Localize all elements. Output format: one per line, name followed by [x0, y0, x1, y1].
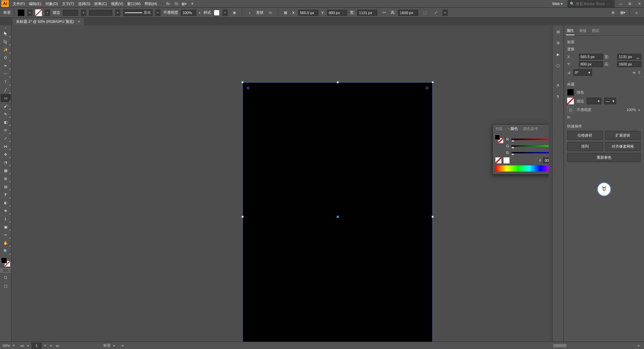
brush-definition[interactable]: 基本: [123, 9, 153, 16]
gradient-tool[interactable]: ▤: [1, 183, 11, 191]
r-slider[interactable]: [512, 138, 549, 141]
props-x-input[interactable]: [579, 54, 603, 60]
fill-dropdown[interactable]: ▾: [27, 9, 33, 16]
scale-tool[interactable]: ⤢: [1, 134, 11, 142]
g-slider[interactable]: [512, 144, 549, 148]
appearance-more-icon[interactable]: ⋯: [638, 129, 642, 133]
bridge-icon[interactable]: Br: [165, 1, 171, 7]
shaper-tool[interactable]: ✎: [1, 110, 11, 118]
props-fill-swatch[interactable]: [567, 89, 574, 96]
selection-handle-t[interactable]: [337, 81, 339, 83]
reference-point-icon[interactable]: ▦: [281, 9, 289, 17]
props-stroke-style[interactable]: —▾: [604, 98, 616, 104]
corner-widget-tr[interactable]: [426, 87, 428, 89]
opacity-arrow[interactable]: ▸: [639, 108, 641, 112]
zoom-dropdown-icon[interactable]: ▾: [11, 343, 16, 348]
fill-swatch[interactable]: [1, 257, 7, 263]
color-tab[interactable]: ◦ 颜色: [507, 125, 519, 132]
scroll-right-icon[interactable]: ▸: [637, 343, 641, 348]
color-panel[interactable]: 色板 ◦ 颜色 颜色参考 « ✕ R 0 G: [492, 124, 549, 174]
color-panel-swatches[interactable]: [495, 135, 503, 143]
vertical-scrollbar[interactable]: [549, 26, 552, 342]
blend-tool[interactable]: ◐: [1, 199, 11, 207]
magic-wand-tool[interactable]: ✨: [1, 46, 11, 54]
workspace-switcher[interactable]: Web ▾: [550, 1, 565, 7]
artboard-tool[interactable]: ▣: [1, 223, 11, 231]
selection-handle-tl[interactable]: [241, 81, 244, 83]
info-icon[interactable]: ⓘ: [554, 62, 562, 70]
slice-tool[interactable]: ✂: [1, 231, 11, 239]
stroke-dropdown[interactable]: ▾: [45, 9, 50, 16]
tab-close-icon[interactable]: ✕: [77, 19, 80, 24]
w-input[interactable]: [357, 10, 377, 16]
graphic-style-swatch[interactable]: [214, 10, 220, 16]
prev-artboard-icon[interactable]: ◂: [25, 343, 30, 348]
shape-props-icon[interactable]: ▭: [266, 9, 274, 17]
selection-handle-r[interactable]: [432, 216, 434, 218]
last-artboard-icon[interactable]: ⏭: [55, 344, 60, 348]
draw-mode-normal[interactable]: ◻: [1, 273, 11, 281]
opacity-input[interactable]: [181, 10, 196, 16]
paintbrush-tool[interactable]: 🖌: [1, 102, 11, 110]
props-stroke-weight[interactable]: ▾: [587, 98, 601, 104]
menu-help[interactable]: 帮助(H): [143, 0, 159, 7]
eyedropper-tool[interactable]: ⁋: [1, 191, 11, 199]
close-icon[interactable]: ✕: [636, 1, 643, 6]
y-input[interactable]: [327, 10, 347, 16]
free-transform-tool[interactable]: ✥: [1, 150, 11, 158]
scrollbar-thumb[interactable]: [553, 344, 567, 347]
brush-dropdown[interactable]: ▾: [155, 9, 161, 16]
props-stroke-swatch[interactable]: [567, 98, 574, 104]
curvature-tool[interactable]: 〰: [1, 70, 11, 78]
stroke-color-swatch[interactable]: [35, 9, 42, 16]
color-guide-tab[interactable]: 颜色参考: [523, 125, 539, 132]
mesh-tool[interactable]: ⊞: [1, 174, 11, 183]
search-input[interactable]: 🔍 搜索 Adobe Stock: [568, 0, 614, 7]
properties-icon[interactable]: ⚙: [554, 39, 562, 47]
props-opacity-value[interactable]: 100%: [627, 108, 636, 112]
column-graph-tool[interactable]: ⫿: [1, 215, 11, 223]
zoom-level[interactable]: 50%: [3, 344, 10, 348]
artboard-number-input[interactable]: [32, 343, 42, 349]
canvas[interactable]: 路点 色板 ◦ 颜色 颜色参考 « ✕ R: [11, 26, 549, 342]
paragraph-icon[interactable]: ¶: [554, 93, 562, 101]
none-color-swatch[interactable]: [495, 157, 501, 163]
artboard-dropdown-icon[interactable]: ▾: [43, 343, 48, 348]
perspective-grid-tool[interactable]: ▦: [1, 166, 11, 174]
menu-select[interactable]: 选择(S): [76, 0, 93, 7]
restore-icon[interactable]: ⧉: [627, 1, 633, 6]
horizontal-scrollbar[interactable]: [479, 344, 633, 347]
menu-object[interactable]: 对象(O): [43, 0, 60, 7]
props-y-input[interactable]: [579, 61, 603, 67]
zoom-tool[interactable]: 🔍: [1, 247, 11, 255]
artboards-tab[interactable]: 画板: [579, 27, 587, 35]
arrange-button[interactable]: 排列: [567, 142, 603, 151]
align-icon[interactable]: ⫞: [246, 9, 254, 17]
character-icon[interactable]: A: [554, 81, 562, 89]
transform-more-icon[interactable]: ⋯: [638, 75, 642, 80]
eraser-tool[interactable]: ◧: [1, 118, 11, 126]
fx-label[interactable]: fx.: [567, 115, 571, 119]
toolbox-collapse-icon[interactable]: «: [0, 26, 11, 30]
swatches-tab[interactable]: 色板: [495, 125, 503, 132]
variable-width-dropdown[interactable]: ▾: [115, 9, 120, 16]
flip-v-icon[interactable]: ⥮: [638, 70, 641, 75]
recolor-button[interactable]: 重新着色: [567, 153, 641, 162]
link-wh-toggle[interactable]: ⚯: [636, 56, 639, 61]
symbol-sprayer-tool[interactable]: ❅: [1, 207, 11, 215]
properties-tab[interactable]: 属性: [566, 27, 575, 35]
width-tool[interactable]: ⋈: [1, 142, 11, 150]
opacity-arrow-icon[interactable]: ▸: [199, 10, 201, 15]
isolate-icon[interactable]: ⤢: [432, 9, 440, 17]
h-input[interactable]: [398, 10, 418, 16]
next-artboard-icon[interactable]: ▸: [49, 343, 54, 348]
shape-builder-tool[interactable]: ◔: [1, 158, 11, 166]
color-spectrum[interactable]: [495, 165, 549, 171]
hand-tool[interactable]: ✋: [1, 239, 11, 247]
white-swatch[interactable]: [503, 157, 509, 163]
type-tool[interactable]: T: [1, 78, 11, 86]
preferences-icon[interactable]: ≡: [633, 9, 641, 17]
selection-handle-tr[interactable]: [432, 81, 434, 83]
snap-pixel-icon[interactable]: ⊞: [609, 9, 617, 17]
offset-path-button[interactable]: 位移路径: [567, 131, 603, 140]
